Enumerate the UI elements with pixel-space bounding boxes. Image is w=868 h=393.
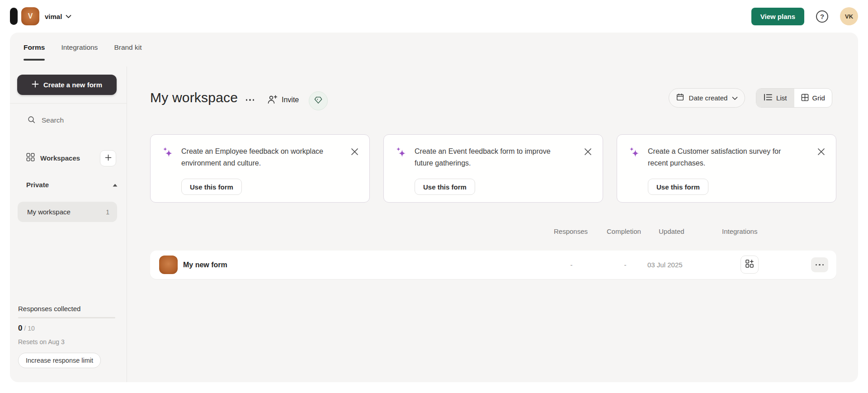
usage-title: Responses collected	[18, 305, 115, 313]
sidebar-item-label: My workspace	[27, 208, 71, 216]
row-integrations-button[interactable]	[741, 256, 759, 274]
usage-used: 0	[18, 324, 22, 332]
column-header-responses: Responses	[554, 227, 588, 235]
close-icon[interactable]	[817, 147, 826, 156]
grid-view-icon	[801, 94, 809, 103]
tab-brand-kit-label: Brand kit	[114, 43, 142, 51]
divider	[10, 103, 127, 104]
search-button[interactable]: Search	[27, 112, 64, 129]
private-label: Private	[26, 181, 49, 189]
form-thumbnail	[159, 256, 178, 274]
tab-brand-kit[interactable]: Brand kit	[114, 43, 142, 61]
plus-icon	[105, 154, 112, 163]
top-bar: V vimal View plans ? VK	[0, 0, 868, 33]
plan-gem-badge[interactable]	[309, 91, 328, 110]
gem-icon	[313, 95, 323, 107]
user-avatar[interactable]: VK	[840, 7, 858, 25]
ellipsis-icon	[816, 264, 817, 266]
private-section-toggle[interactable]: Private	[26, 178, 118, 191]
grid-plus-icon	[745, 259, 754, 270]
sparkles-icon	[395, 147, 407, 161]
view-toggle-list[interactable]: List	[756, 89, 794, 107]
usage-limit: 10	[28, 325, 35, 332]
page-title: My workspace	[150, 90, 238, 105]
close-icon[interactable]	[350, 147, 359, 156]
chevron-down-icon	[66, 12, 71, 20]
caret-up-icon	[113, 180, 118, 189]
usage-separator: /	[24, 325, 26, 332]
use-this-form-button[interactable]: Use this form	[181, 179, 242, 195]
view-toggle-grid[interactable]: Grid	[794, 89, 832, 107]
form-name: My new form	[183, 251, 227, 279]
table-row[interactable]: My new form - - 03 Jul 2025	[150, 251, 836, 279]
workspace-switcher[interactable]: vimal	[45, 12, 71, 20]
sort-dropdown[interactable]: Date created	[669, 88, 745, 108]
usage-count: 0 / 10	[18, 324, 115, 333]
app-window: V vimal View plans ? VK Forms Integratio…	[0, 0, 868, 393]
active-tab-indicator	[24, 59, 45, 61]
list-view-label: List	[776, 94, 787, 102]
sidebar-item-my-workspace[interactable]: My workspace 1	[18, 202, 117, 222]
ellipsis-icon	[246, 99, 248, 101]
content-shell: Forms Integrations Brand kit Create a ne…	[10, 33, 858, 382]
main-content: My workspace Invite	[127, 66, 858, 382]
add-workspace-button[interactable]	[100, 150, 116, 166]
column-header-integrations: Integrations	[722, 227, 757, 235]
calendar-icon	[676, 93, 684, 103]
increase-response-limit-button[interactable]: Increase response limit	[18, 353, 101, 368]
close-icon[interactable]	[584, 147, 593, 156]
workspaces-section-header[interactable]: Workspaces	[26, 149, 80, 166]
row-completion-value: -	[616, 251, 634, 279]
suggestion-cards: Create an Employee feedback on workplace…	[150, 134, 836, 203]
sidebar: Create a new form Search Workspaces	[10, 66, 127, 382]
view-toggle: List Grid	[756, 88, 832, 108]
sort-label: Date created	[689, 94, 728, 102]
help-icon[interactable]: ?	[816, 10, 828, 23]
use-this-form-button[interactable]: Use this form	[415, 179, 475, 195]
suggestion-card: Create an Employee feedback on workplace…	[150, 134, 370, 203]
person-plus-icon	[267, 95, 278, 106]
create-new-form-label: Create a new form	[43, 81, 102, 89]
workspaces-grid-icon	[26, 153, 35, 163]
row-responses-value: -	[562, 251, 580, 279]
tab-forms[interactable]: Forms	[24, 43, 45, 61]
create-new-form-button[interactable]: Create a new form	[17, 75, 117, 95]
view-plans-button[interactable]: View plans	[751, 8, 804, 25]
workspaces-label: Workspaces	[40, 154, 80, 162]
grid-view-label: Grid	[812, 94, 825, 102]
tab-integrations-label: Integrations	[61, 43, 98, 51]
workspace-avatar-letter: V	[28, 12, 33, 20]
suggestion-card: Create a Customer satisfaction survey fo…	[617, 134, 836, 203]
workspace-name: vimal	[45, 13, 62, 20]
sidebar-item-count: 1	[106, 208, 109, 216]
suggestion-text: Create a Customer satisfaction survey fo…	[648, 146, 798, 169]
plus-icon	[32, 80, 39, 89]
workspace-avatar[interactable]: V	[21, 7, 39, 25]
user-initials: VK	[845, 13, 853, 20]
search-icon	[27, 115, 36, 126]
body-row: Create a new form Search Workspaces	[10, 66, 858, 382]
row-options-button[interactable]	[811, 257, 828, 272]
tab-bar: Forms Integrations Brand kit	[24, 43, 142, 61]
suggestion-text: Create an Event feedback form to improve…	[415, 146, 565, 169]
column-header-completion: Completion	[607, 227, 641, 235]
chevron-down-icon	[732, 94, 738, 102]
suggestion-card: Create an Event feedback form to improve…	[383, 134, 603, 203]
sparkles-icon	[628, 147, 640, 161]
invite-label: Invite	[282, 96, 299, 104]
tab-integrations[interactable]: Integrations	[61, 43, 98, 61]
search-label: Search	[42, 116, 64, 124]
use-this-form-button[interactable]: Use this form	[648, 179, 708, 195]
tab-forms-label: Forms	[24, 43, 45, 51]
responses-usage-panel: Responses collected 0 / 10 Resets on Aug…	[18, 305, 115, 368]
help-glyph: ?	[820, 13, 824, 20]
invite-button[interactable]: Invite	[267, 92, 299, 108]
typeform-logo-icon	[10, 8, 18, 25]
column-header-updated: Updated	[659, 227, 684, 235]
list-view-icon	[764, 94, 773, 102]
workspace-options-button[interactable]	[241, 94, 259, 106]
sparkles-icon	[161, 147, 174, 161]
usage-progress-bar	[18, 317, 115, 318]
row-updated-value: 03 Jul 2025	[647, 251, 683, 279]
top-bar-actions: View plans ? VK	[751, 7, 858, 25]
